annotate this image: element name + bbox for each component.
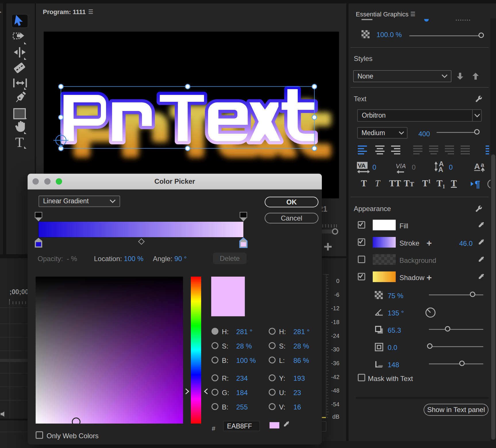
svg-text:A: A <box>474 162 480 171</box>
svg-text:a: a <box>481 161 484 168</box>
svg-text:T: T <box>15 134 24 150</box>
svg-text:A: A <box>438 166 443 173</box>
svg-text:¶: ¶ <box>475 179 480 189</box>
